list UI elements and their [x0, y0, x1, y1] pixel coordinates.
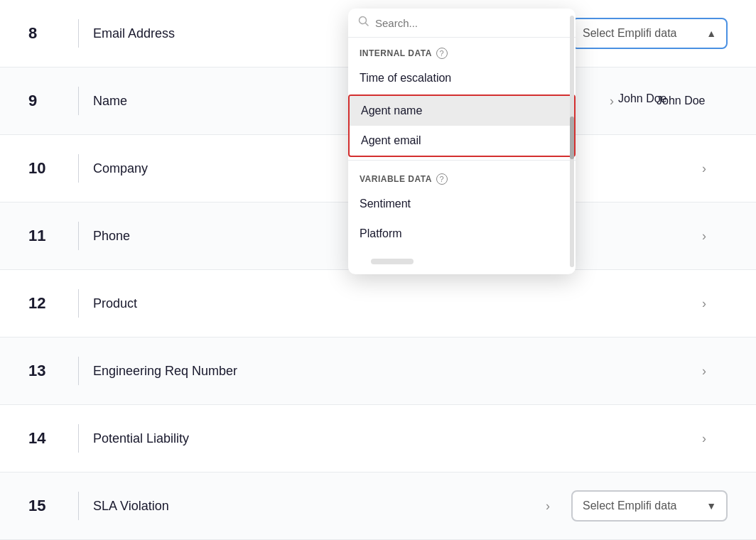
- row-label: Potential Liability: [93, 431, 681, 446]
- vertical-scrollbar-thumb[interactable]: [570, 117, 574, 159]
- row-label: Engineering Req Number: [93, 364, 681, 379]
- row-divider: [78, 87, 79, 115]
- help-icon[interactable]: ?: [436, 48, 448, 59]
- search-box: [348, 9, 576, 38]
- select-emplifi-data-button[interactable]: Select Emplifi data ▲: [571, 18, 728, 49]
- chevron-right-icon: ›: [702, 229, 706, 244]
- row-divider: [78, 289, 79, 318]
- dropdown-menu: INTERNAL DATA ? Time of escalation Agent…: [348, 9, 576, 274]
- row-divider: [78, 492, 79, 520]
- chevron-right-icon: ›: [546, 499, 550, 514]
- table-row: 13 Engineering Req Number ›: [0, 338, 756, 405]
- help-icon[interactable]: ?: [436, 173, 448, 185]
- dropdown-item-platform[interactable]: Platform: [348, 219, 576, 249]
- svg-line-1: [366, 23, 369, 26]
- row-number: 13: [28, 362, 64, 380]
- horizontal-scrollbar[interactable]: [371, 259, 414, 264]
- chevron-right-icon: ›: [702, 364, 706, 379]
- row-number: 12: [28, 294, 64, 313]
- row-divider: [78, 357, 79, 385]
- dropdown-arrow-icon: ▼: [706, 500, 716, 512]
- chevron-right-icon: ›: [702, 431, 706, 446]
- row-label: Product: [93, 296, 681, 311]
- chevron-right-icon: ›: [702, 296, 706, 311]
- dropdown-item-sentiment[interactable]: Sentiment: [348, 189, 576, 219]
- section-title: VARIABLE DATA: [360, 174, 432, 184]
- dropdown-item-time-of-escalation[interactable]: Time of escalation: [348, 63, 576, 93]
- section-title: INTERNAL DATA: [360, 48, 432, 58]
- dropdown-arrow-icon: ▲: [706, 28, 716, 39]
- row-value: John Doe: [657, 94, 728, 107]
- internal-data-section-label: INTERNAL DATA ?: [348, 38, 576, 63]
- table-row: 14 Potential Liability ›: [0, 405, 756, 472]
- search-icon: [358, 16, 369, 30]
- row-9-value: John Doe: [618, 92, 667, 105]
- row-divider: [78, 222, 79, 250]
- section-divider: [348, 160, 576, 161]
- dropdown-item-agent-name[interactable]: Agent name: [350, 96, 574, 126]
- table-row: 15 SLA Violation › Select Emplifi data ▼: [0, 472, 756, 540]
- select-button-label: Select Emplifi data: [583, 27, 677, 40]
- chevron-right-icon: ›: [702, 161, 706, 176]
- row-number: 14: [28, 429, 64, 448]
- vertical-scrollbar-track: [570, 16, 574, 267]
- variable-data-section-label: VARIABLE DATA ?: [348, 163, 576, 189]
- dropdown-body: INTERNAL DATA ? Time of escalation Agent…: [348, 38, 576, 274]
- row-divider: [78, 424, 79, 453]
- row-number: 8: [28, 24, 64, 43]
- row-number: 10: [28, 159, 64, 178]
- row-number: 9: [28, 92, 64, 110]
- row-divider: [78, 19, 79, 48]
- select-button-label: Select Emplifi data: [583, 500, 677, 512]
- search-input[interactable]: [375, 17, 566, 29]
- dropdown-item-agent-email[interactable]: Agent email: [350, 126, 574, 156]
- row-number: 11: [28, 227, 64, 245]
- table-row: 12 Product ›: [0, 270, 756, 338]
- chevron-right-icon: ›: [610, 94, 614, 109]
- select-emplifi-data-button-15[interactable]: Select Emplifi data ▼: [571, 490, 728, 522]
- agent-group-highlight: Agent name Agent email: [348, 94, 576, 157]
- row-number: 15: [28, 497, 64, 515]
- main-container: 8 Email Address › Select Emplifi data ▲ …: [0, 0, 756, 540]
- row-divider: [78, 154, 79, 183]
- row-label: SLA Violation: [93, 499, 524, 514]
